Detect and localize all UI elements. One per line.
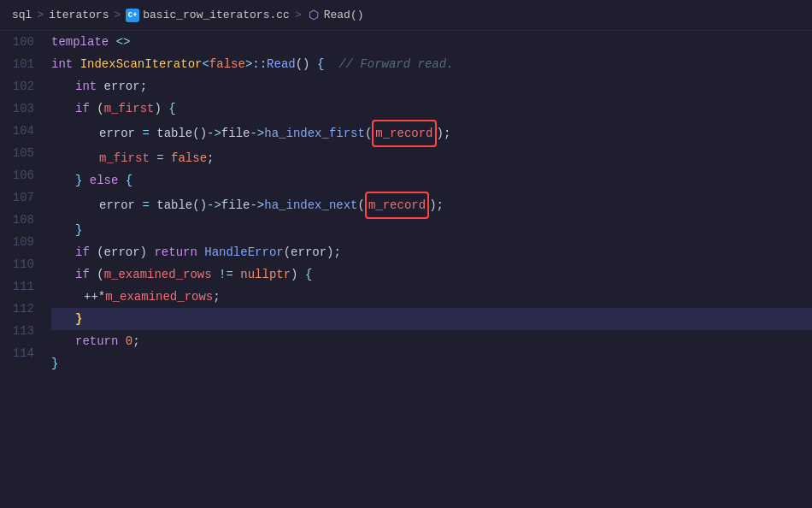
- ln-100: 100: [13, 31, 38, 53]
- code-line-105: m_first = false ;: [51, 147, 812, 169]
- code-line-113: return 0 ;: [51, 330, 812, 352]
- breadcrumb-file[interactable]: C+ basic_row_iterators.cc: [126, 9, 290, 22]
- code-content: template <> int IndexScanIterator < fals…: [44, 31, 812, 508]
- code-line-110: if ( m_examined_rows != nullptr ) {: [51, 263, 812, 286]
- ln-108: 108: [13, 209, 38, 231]
- highlight-m-record-2: m_record: [365, 192, 429, 219]
- ln-114: 114: [13, 342, 38, 364]
- token-template: template: [51, 31, 109, 53]
- breadcrumb-sep-3: >: [295, 9, 302, 21]
- code-line-112: }: [51, 308, 812, 330]
- code-line-101: int IndexScanIterator < false >:: Read (…: [51, 53, 812, 75]
- code-line-102: int error;: [51, 75, 812, 97]
- cube-icon: ⬡: [307, 9, 321, 22]
- code-line-114: }: [51, 352, 812, 375]
- breadcrumb-sep-2: >: [114, 9, 121, 21]
- ln-106: 106: [13, 164, 38, 186]
- code-line-107: error = table() -> file -> ha_index_next…: [51, 192, 812, 219]
- breadcrumb-sql[interactable]: sql: [12, 9, 32, 21]
- breadcrumb-function[interactable]: ⬡ Read(): [307, 9, 364, 22]
- code-area: 100 101 102 103 104 105 106 107 108 109 …: [0, 31, 812, 508]
- ln-109: 109: [13, 231, 38, 253]
- ln-111: 111: [13, 275, 38, 298]
- ln-110: 110: [13, 253, 38, 275]
- ln-113: 113: [13, 320, 38, 342]
- ln-107: 107: [13, 186, 38, 209]
- ln-103: 103: [13, 97, 38, 120]
- breadcrumb: sql > iterators > C+ basic_row_iterators…: [0, 0, 812, 31]
- ln-112: 112: [13, 298, 38, 320]
- line-numbers: 100 101 102 103 104 105 106 107 108 109 …: [0, 31, 44, 508]
- code-line-109: if (error) return HandleError (error);: [51, 241, 812, 263]
- code-line-106: } else {: [51, 169, 812, 192]
- code-line-100: template <>: [51, 31, 812, 53]
- highlight-m-record-1: m_record: [372, 120, 436, 147]
- ln-104: 104: [13, 120, 38, 142]
- code-line-104: error = table() -> file -> ha_index_firs…: [51, 120, 812, 147]
- code-line-108: }: [51, 219, 812, 241]
- cpp-icon: C+: [126, 9, 139, 22]
- breadcrumb-iterators[interactable]: iterators: [49, 9, 109, 21]
- breadcrumb-sep-1: >: [37, 9, 44, 21]
- code-line-103: if ( m_first ) {: [51, 97, 812, 120]
- ln-101: 101: [13, 53, 38, 75]
- code-line-111: ++* m_examined_rows ;: [51, 286, 812, 308]
- ln-105: 105: [13, 142, 38, 164]
- ln-102: 102: [13, 75, 38, 97]
- editor-container: sql > iterators > C+ basic_row_iterators…: [0, 0, 812, 508]
